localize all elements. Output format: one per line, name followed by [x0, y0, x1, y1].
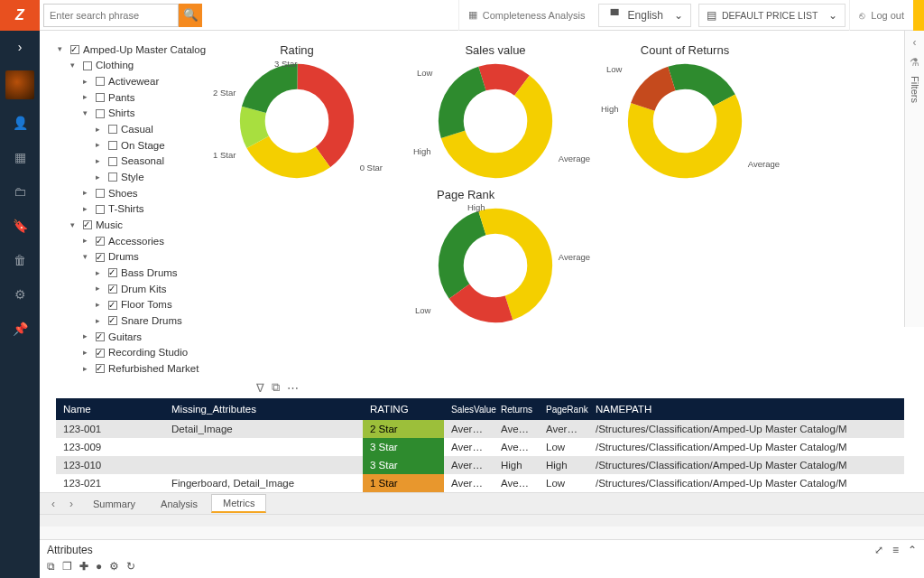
- attr-refresh-icon[interactable]: ↻: [126, 560, 135, 573]
- tree-ampedup[interactable]: ▾Amped-Up Master Catalog: [58, 42, 229, 58]
- horizontal-scrollbar[interactable]: [40, 514, 924, 527]
- table-row[interactable]: 123-0093 StarAverageAverageLow/Structure…: [56, 438, 904, 456]
- chart-pagerank-donut[interactable]: Low Average High: [437, 207, 554, 324]
- search-button[interactable]: 🔍: [179, 4, 202, 27]
- tree-checkbox[interactable]: [108, 301, 117, 310]
- tree-checkbox[interactable]: [70, 45, 79, 54]
- tree-activewear[interactable]: ▸Activewear: [58, 73, 229, 89]
- table-row[interactable]: 123-001Detail_Image2 StarAverageAverageA…: [56, 420, 904, 438]
- pricelist-selector[interactable]: ▤ DEFAULT PRICE LIST ⌄: [698, 4, 845, 27]
- more-icon[interactable]: ⋯: [287, 381, 299, 395]
- tree-snaredrums[interactable]: ▸Snare Drums: [58, 312, 229, 329]
- tree-checkbox[interactable]: [96, 364, 105, 373]
- tree-checkbox[interactable]: [108, 141, 117, 150]
- rail-expand-button[interactable]: ›: [9, 36, 31, 58]
- tree-guitars[interactable]: ▸Guitars: [58, 329, 229, 345]
- tree-checkbox[interactable]: [96, 253, 105, 262]
- cell-returns: Average: [494, 420, 539, 438]
- tree-refurbished[interactable]: ▸Refurbished Market: [58, 360, 229, 377]
- tree-bassdrums[interactable]: ▸Bass Drums: [58, 265, 229, 281]
- tabs-prev-button[interactable]: ‹: [45, 498, 61, 510]
- rail-picture-icon[interactable]: [5, 70, 34, 99]
- tree-music[interactable]: ▾Music: [58, 217, 229, 233]
- tree-shirts[interactable]: ▾Shirts: [58, 106, 229, 122]
- tree-clothing[interactable]: ▾Clothing: [58, 58, 229, 74]
- th-rating[interactable]: RATING: [363, 398, 444, 420]
- tree-checkbox[interactable]: [83, 220, 92, 229]
- tree-onstage[interactable]: ▸On Stage: [58, 137, 229, 154]
- tree-checkbox[interactable]: [96, 93, 105, 102]
- chart-sales-donut[interactable]: Low Average High: [437, 62, 554, 180]
- tree-checkbox[interactable]: [96, 77, 105, 86]
- tab-metrics[interactable]: Metrics: [211, 494, 266, 513]
- svg-point-12: [451, 221, 540, 310]
- tree-label: Clothing: [96, 58, 134, 73]
- completeness-analysis-button[interactable]: ▦ Completeness Analysis: [458, 0, 595, 31]
- tree-checkbox[interactable]: [96, 237, 105, 246]
- tabs-next-button[interactable]: ›: [63, 498, 79, 510]
- attr-settings-icon[interactable]: ⚙: [109, 560, 119, 573]
- expand-icon[interactable]: ⤢: [874, 544, 883, 556]
- tree-drums[interactable]: ▾Drums: [58, 249, 229, 266]
- table-row[interactable]: 123-0103 StarAverageHighHigh/Structures/…: [56, 456, 904, 474]
- export-icon[interactable]: ⧉: [272, 380, 280, 395]
- chart-sales-title: Sales value: [437, 43, 554, 57]
- tree-tshirts[interactable]: ▸T-Shirts: [58, 201, 229, 218]
- gap-strip: [40, 527, 924, 539]
- tree-style[interactable]: ▸Style: [58, 169, 229, 185]
- tree-checkbox[interactable]: [108, 268, 117, 277]
- grid-icon-nav[interactable]: ▦: [9, 146, 31, 168]
- tree-accessories[interactable]: ▸Accessories: [58, 233, 229, 249]
- tree-checkbox[interactable]: [96, 332, 105, 341]
- tree-checkbox[interactable]: [96, 205, 105, 214]
- tree-shoes[interactable]: ▸Shoes: [58, 185, 229, 201]
- tree-seasonal[interactable]: ▸Seasonal: [58, 154, 229, 170]
- tree-checkbox[interactable]: [96, 109, 105, 118]
- tree-casual[interactable]: ▸Casual: [58, 121, 229, 137]
- th-pagerank[interactable]: PageRank: [539, 398, 588, 420]
- tree-checkbox[interactable]: [83, 61, 92, 70]
- tree-checkbox[interactable]: [108, 125, 117, 134]
- svg-point-9: [641, 77, 729, 165]
- tree-floortoms[interactable]: ▸Floor Toms: [58, 297, 229, 313]
- logout-button[interactable]: ⎋ Log out: [849, 0, 913, 31]
- attr-add-icon[interactable]: ✚: [79, 560, 88, 573]
- list-icon[interactable]: ≡: [892, 544, 899, 556]
- tree-arrow-icon: ▸: [83, 203, 92, 215]
- search-input[interactable]: [43, 4, 179, 27]
- attr-remove-icon[interactable]: ●: [96, 560, 102, 573]
- filter-icon[interactable]: ∇: [256, 381, 264, 395]
- folder-icon[interactable]: 🗀: [9, 181, 31, 202]
- tab-summary[interactable]: Summary: [81, 495, 147, 513]
- user-icon[interactable]: 👤: [9, 112, 31, 134]
- tree-checkbox[interactable]: [108, 284, 117, 294]
- tree-checkbox[interactable]: [108, 172, 117, 182]
- app-logo[interactable]: Z: [0, 0, 40, 31]
- attr-clone-icon[interactable]: ❐: [62, 560, 72, 573]
- language-selector[interactable]: ▝▘ English ⌄: [598, 4, 691, 27]
- th-name[interactable]: Name: [56, 398, 164, 420]
- tree-checkbox[interactable]: [96, 349, 105, 358]
- trash-icon[interactable]: 🗑: [9, 249, 31, 271]
- tree-drumkits[interactable]: ▸Drum Kits: [58, 281, 229, 297]
- th-returns[interactable]: Returns: [494, 398, 539, 420]
- chart-returns-donut[interactable]: Low Average High: [626, 62, 744, 180]
- tree-checkbox[interactable]: [96, 189, 105, 198]
- tree-pants[interactable]: ▸Pants: [58, 89, 229, 106]
- tab-analysis[interactable]: Analysis: [149, 495, 209, 513]
- tree-checkbox[interactable]: [108, 157, 117, 166]
- cell-missing: [164, 456, 363, 474]
- pin-icon[interactable]: 📌: [9, 318, 31, 340]
- attr-copy-icon[interactable]: ⧉: [47, 560, 55, 573]
- chart-rating-donut[interactable]: 0 Star 1 Star 2 Star 3 Star: [238, 62, 356, 180]
- bookmark-icon[interactable]: 🔖: [9, 215, 31, 237]
- tree-checkbox[interactable]: [108, 316, 117, 325]
- tree-label: Guitars: [108, 330, 142, 345]
- th-missing[interactable]: Missing_Attributes: [164, 398, 363, 420]
- table-row[interactable]: 123-021Fingerboard, Detail_Image1 StarAv…: [56, 474, 904, 492]
- settings-icon[interactable]: ⚙: [9, 284, 31, 305]
- th-sales[interactable]: SalesValue: [444, 398, 494, 420]
- collapse-icon[interactable]: ⌃: [908, 544, 917, 556]
- th-namepath[interactable]: NAMEPATH: [588, 398, 904, 420]
- tree-recordingstudio[interactable]: ▸Recording Studio: [58, 345, 229, 361]
